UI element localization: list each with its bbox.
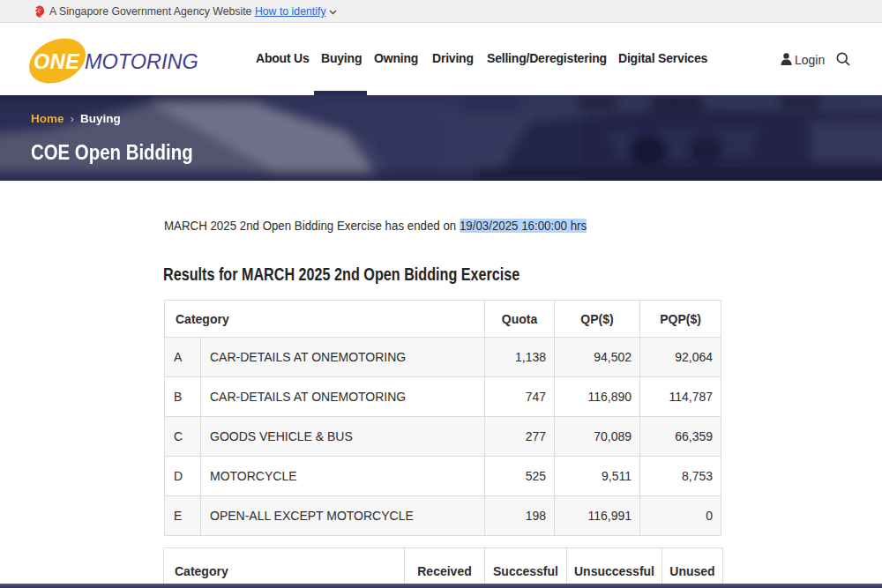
svg-text:MOTORING: MOTORING <box>85 50 198 73</box>
svg-text:ONE: ONE <box>34 50 80 73</box>
